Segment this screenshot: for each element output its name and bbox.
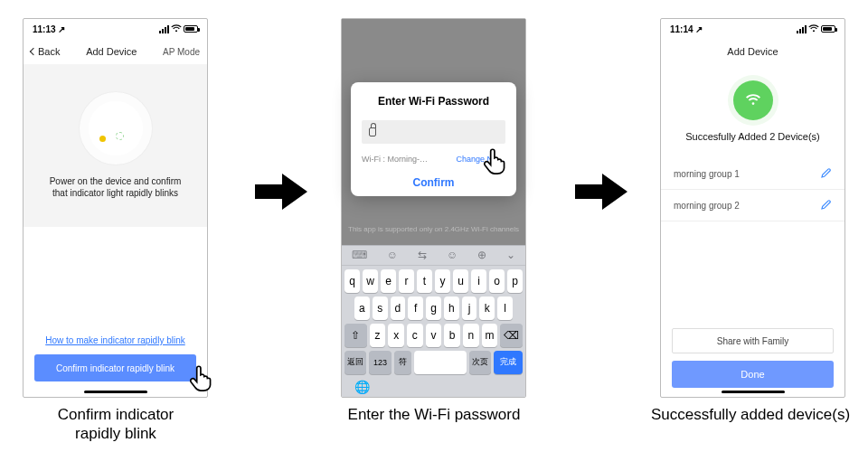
key[interactable]: y [435, 269, 450, 293]
confirm-button[interactable]: Confirm [362, 176, 505, 189]
wifi-name-row: Wi-Fi : Morning-… Change Ne… [362, 155, 505, 164]
key-globe[interactable]: 🌐 [342, 378, 525, 397]
done-button[interactable]: Done [672, 361, 834, 388]
kbd-tool-icon[interactable]: ☺ [447, 249, 458, 261]
key[interactable]: w [363, 269, 378, 293]
key-next[interactable]: 次页 [469, 351, 491, 374]
kbd-tool-icon[interactable]: ⌄ [506, 249, 515, 261]
key-return[interactable]: 返回 [344, 351, 366, 374]
key[interactable]: d [391, 297, 406, 320]
status-time: 11:13 ↗ [33, 24, 65, 34]
key[interactable]: k [479, 297, 495, 320]
success-icon-wrap [661, 80, 844, 120]
keyboard-row: ⇧ z x c v b n m ⌫ [342, 324, 525, 347]
device-row[interactable]: morning group 2 [661, 190, 844, 221]
key-space[interactable] [414, 351, 467, 374]
chevron-left-icon [30, 48, 37, 55]
key[interactable]: i [471, 269, 486, 293]
success-body: Succesfully Added 2 Device(s) morning gr… [661, 64, 844, 397]
key[interactable]: g [426, 297, 441, 320]
key[interactable]: s [373, 297, 388, 320]
phone-screen-success: 11:14 ↗ Add Device Succesfully Added 2 D… [660, 18, 845, 398]
key[interactable]: u [453, 269, 468, 293]
nav-bar: Back Add Device AP Mode [24, 39, 207, 64]
wifi-icon [171, 24, 182, 34]
key[interactable]: p [507, 269, 523, 293]
instruction-line: Power on the device and confirm [50, 176, 182, 186]
key[interactable]: e [381, 269, 396, 293]
key[interactable]: o [489, 269, 505, 293]
status-indicators [159, 24, 198, 34]
keyboard: ⌨︎ ☺ ⇆ ☺ ⊕ ⌄ q w e r t y u i o p a s d f… [342, 245, 525, 397]
keyboard-bottom-row: 返回 123 符 次页 完成 [342, 351, 525, 374]
key[interactable]: f [408, 297, 423, 320]
back-button[interactable]: Back [31, 46, 60, 57]
lock-icon [369, 127, 376, 137]
status-time: 11:14 ↗ [670, 24, 703, 34]
key-done[interactable]: 完成 [494, 351, 523, 374]
kbd-tool-icon[interactable]: ⊕ [477, 249, 486, 261]
wifi-footnote: This app is supported only on 2.4GHz Wi-… [342, 225, 525, 233]
caption-step2: Enter the Wi-Fi password [321, 405, 547, 424]
help-link[interactable]: How to make indicator rapidly blink [24, 335, 207, 345]
signal-icon [797, 25, 807, 33]
phone-screen-confirm-indicator: 11:13 ↗ Back Add Device AP Mode Power on… [23, 18, 208, 398]
nav-title: Add Device [86, 46, 137, 57]
key[interactable]: j [462, 297, 477, 320]
password-input[interactable] [362, 120, 505, 144]
key[interactable]: t [417, 269, 432, 293]
indicator-hero: Power on the device and confirm that ind… [24, 64, 207, 227]
confirm-blink-button[interactable]: Confirm indicator rapidly blink [34, 354, 196, 381]
ap-mode-button[interactable]: AP Mode [163, 47, 200, 57]
keyboard-toolbar: ⌨︎ ☺ ⇆ ☺ ⊕ ⌄ [342, 246, 525, 266]
device-name: morning group 1 [674, 169, 740, 179]
key[interactable]: b [444, 324, 460, 347]
indicator-graphic [80, 92, 152, 165]
key[interactable]: q [344, 269, 360, 293]
kbd-tool-icon[interactable]: ⌨︎ [352, 249, 367, 261]
device-row[interactable]: morning group 1 [661, 158, 844, 190]
change-network-link[interactable]: Change Ne… [456, 155, 505, 164]
battery-icon [821, 25, 835, 33]
keyboard-row: q w e r t y u i o p [342, 269, 525, 293]
share-button[interactable]: Share with Family [672, 328, 834, 353]
wifi-password-dialog: Enter Wi-Fi Password Wi-Fi : Morning-… C… [351, 82, 516, 196]
key[interactable]: m [482, 324, 498, 347]
instruction-line: that indicator light rapidly blinks [52, 188, 178, 198]
keyboard-row: a s d f g h j k l [342, 297, 525, 320]
device-list: morning group 1 morning group 2 [661, 158, 844, 221]
signal-icon [159, 25, 169, 33]
caption-line: rapidly blink [75, 425, 156, 442]
key[interactable]: c [407, 324, 423, 347]
caption-step3: Successfully added device(s) [619, 405, 868, 424]
wifi-icon [808, 24, 819, 34]
home-indicator [84, 391, 147, 393]
kbd-tool-icon[interactable]: ⇆ [418, 249, 427, 261]
edit-icon[interactable] [821, 167, 832, 180]
edit-icon[interactable] [821, 199, 832, 212]
key[interactable]: v [426, 324, 442, 347]
phone-screen-wifi-password: Enter Wi-Fi Password Wi-Fi : Morning-… C… [341, 18, 526, 398]
key-symbols[interactable]: 符 [394, 351, 411, 374]
yellow-dot-icon [99, 136, 106, 142]
status-indicators [797, 24, 835, 34]
arrow-right-icon [255, 172, 307, 212]
key[interactable]: a [354, 297, 370, 320]
success-actions: Share with Family Done [661, 328, 844, 397]
key[interactable]: n [463, 324, 479, 347]
kbd-tool-icon[interactable]: ☺ [387, 249, 398, 261]
key[interactable]: l [497, 297, 513, 320]
blink-ring-icon [116, 132, 124, 140]
key-backspace[interactable]: ⌫ [500, 324, 523, 347]
key-shift[interactable]: ⇧ [344, 324, 367, 347]
wifi-success-icon [733, 80, 773, 120]
key[interactable]: h [444, 297, 459, 320]
nav-bar: Add Device [661, 39, 844, 64]
key[interactable]: x [388, 324, 404, 347]
device-name: morning group 2 [674, 201, 740, 211]
battery-icon [184, 25, 198, 33]
status-bar: 11:14 ↗ [661, 19, 844, 39]
key-123[interactable]: 123 [369, 351, 391, 374]
key[interactable]: r [399, 269, 414, 293]
key[interactable]: z [370, 324, 386, 347]
